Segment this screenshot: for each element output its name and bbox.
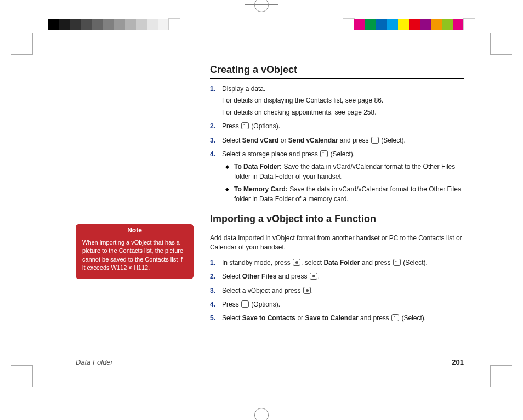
step-item: 2. Select Other Files and press . — [210, 272, 464, 281]
softkey-icon — [320, 150, 328, 157]
page-number: 201 — [452, 358, 464, 366]
step-item: 2. Press (Options). — [210, 122, 464, 131]
step-text: In standby mode, press — [222, 259, 292, 266]
footer-section: Data Folder — [76, 358, 113, 366]
step-number: 3. — [210, 136, 215, 145]
note-heading: Note — [76, 224, 194, 236]
step-number: 3. — [210, 286, 215, 296]
center-key-icon — [293, 259, 300, 266]
step-item: 1. In standby mode, press , select Data … — [210, 258, 464, 268]
note-callout: Note When importing a vObject that has a… — [76, 224, 194, 279]
step-number: 1. — [210, 84, 215, 94]
bold-term: Save to Calendar — [305, 314, 358, 322]
section-intro: Add data imported in vObject format from… — [210, 234, 464, 253]
crosshair-icon — [252, 0, 271, 14]
step-text: or — [278, 137, 288, 144]
steps-creating: 1. Display a data. For details on displa… — [210, 84, 464, 204]
center-key-icon — [310, 273, 317, 280]
step-item: 3. Select Send vCard or Send vCalendar a… — [210, 136, 464, 145]
page-footer: Data Folder 201 — [76, 358, 464, 366]
crop-mark — [490, 365, 512, 387]
crosshair-icon — [252, 406, 271, 420]
step-text: Select — [222, 314, 242, 322]
step-text: (Select). — [400, 314, 426, 322]
sub-bullets: To Data Folder: Save the data in vCard/v… — [225, 162, 464, 204]
bold-term: Send vCard — [242, 137, 279, 144]
bold-term: Other Files — [242, 273, 277, 280]
step-text: Select a storage place and press — [222, 150, 320, 158]
bold-term: Save to Contacts — [242, 314, 295, 322]
step-item: 4. Press (Options). — [210, 300, 464, 309]
note-body: When importing a vObject that has a pict… — [76, 236, 194, 274]
crop-mark — [11, 365, 33, 387]
step-item: 4. Select a storage place and press (Sel… — [210, 150, 464, 204]
step-text: . — [311, 287, 313, 294]
softkey-icon — [393, 259, 401, 266]
page-content: Note When importing a vObject that has a… — [59, 63, 464, 366]
step-text: and press — [359, 314, 391, 322]
step-text: Select — [222, 273, 242, 280]
color-swatches — [343, 19, 475, 30]
printer-registration-top — [0, 19, 523, 30]
step-number: 4. — [210, 300, 215, 309]
step-text: Select a vObject and press — [222, 287, 303, 294]
bold-term: To Memory Card: — [234, 185, 288, 193]
bold-term: To Data Folder: — [234, 163, 282, 171]
step-item: 3. Select a vObject and press . — [210, 286, 464, 296]
step-item: 5. Select Save to Contacts or Save to Ca… — [210, 314, 464, 323]
step-number: 2. — [210, 122, 215, 131]
step-text: . — [318, 273, 320, 280]
step-subtext: For details on checking appointments, se… — [222, 108, 464, 117]
center-key-icon — [303, 287, 311, 294]
bullet-item: To Memory Card: Save the data in vCard/v… — [225, 185, 464, 204]
section-heading-importing: Importing a vObject into a Function — [210, 212, 464, 228]
step-text: or — [295, 314, 305, 322]
step-number: 2. — [210, 272, 215, 281]
softkey-icon — [391, 314, 399, 321]
step-text: Press — [222, 122, 241, 130]
step-number: 1. — [210, 258, 215, 268]
crop-mark — [11, 33, 33, 55]
softkey-icon — [241, 122, 249, 129]
step-text: and press — [360, 259, 392, 266]
step-text: (Select). — [379, 137, 406, 144]
bold-term: Send vCalendar — [288, 137, 338, 144]
step-item: 1. Display a data. For details on displa… — [210, 84, 464, 117]
step-text: Display a data. — [222, 85, 265, 93]
bold-term: Data Folder — [323, 259, 360, 266]
step-text: (Select). — [328, 150, 355, 158]
step-text: Press — [222, 300, 241, 308]
step-text: (Options). — [249, 300, 280, 308]
step-text: (Select). — [401, 259, 428, 266]
step-text: , select — [301, 259, 323, 266]
bullet-item: To Data Folder: Save the data in vCard/v… — [225, 162, 464, 181]
crop-mark — [490, 33, 512, 55]
step-text: Select — [222, 137, 242, 144]
step-number: 5. — [210, 314, 215, 323]
steps-importing: 1. In standby mode, press , select Data … — [210, 258, 464, 323]
step-number: 4. — [210, 150, 215, 159]
softkey-icon — [241, 300, 249, 308]
section-heading-creating: Creating a vObject — [210, 63, 464, 79]
step-subtext: For details on displaying the Contacts l… — [222, 96, 464, 105]
step-text: (Options). — [249, 122, 280, 130]
step-text: and press — [276, 273, 309, 280]
step-text: and press — [338, 137, 370, 144]
softkey-icon — [371, 137, 379, 144]
